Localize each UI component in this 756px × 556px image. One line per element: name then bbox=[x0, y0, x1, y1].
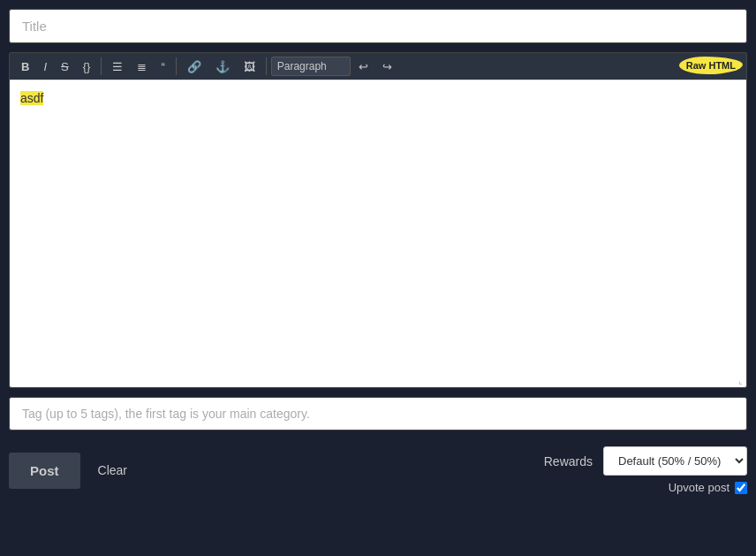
undo-button[interactable]: ↩ bbox=[352, 57, 374, 76]
rewards-select[interactable]: Default (50% / 50%) Power Up 100% Declin… bbox=[603, 446, 747, 476]
quote-button[interactable]: “ bbox=[155, 57, 170, 76]
post-button[interactable]: Post bbox=[9, 453, 80, 489]
editor-highlighted-text: asdf bbox=[20, 91, 43, 105]
unlink-button[interactable]: ⚓ bbox=[209, 57, 236, 76]
clear-button[interactable]: Clear bbox=[98, 463, 127, 477]
format-select-wrapper: Paragraph Heading 1 Heading 2 Heading 3 bbox=[271, 57, 351, 76]
editor-box: B I S {} ☰ ≣ “ 🔗 ⚓ 🖼 Paragraph Heading 1… bbox=[9, 52, 747, 388]
format-select[interactable]: Paragraph Heading 1 Heading 2 Heading 3 bbox=[271, 57, 351, 76]
upvote-label: Upvote post bbox=[669, 481, 730, 494]
right-section: Rewards Default (50% / 50%) Power Up 100… bbox=[544, 446, 747, 494]
bottom-left: Post Clear bbox=[9, 453, 127, 489]
editor-content[interactable]: asdf bbox=[10, 80, 746, 374]
editor-container: B I S {} ☰ ≣ “ 🔗 ⚓ 🖼 Paragraph Heading 1… bbox=[9, 9, 747, 547]
unordered-list-button[interactable]: ☰ bbox=[106, 57, 129, 76]
bold-button[interactable]: B bbox=[15, 57, 35, 76]
toolbar-divider-1 bbox=[101, 57, 102, 75]
bottom-bar: Post Clear Rewards Default (50% / 50%) P… bbox=[9, 439, 747, 501]
upvote-row: Upvote post bbox=[669, 481, 747, 494]
image-button[interactable]: 🖼 bbox=[238, 57, 261, 76]
toolbar: B I S {} ☰ ≣ “ 🔗 ⚓ 🖼 Paragraph Heading 1… bbox=[10, 53, 746, 80]
link-button[interactable]: 🔗 bbox=[181, 57, 208, 76]
ordered-list-button[interactable]: ≣ bbox=[131, 57, 153, 76]
tags-input[interactable] bbox=[9, 397, 747, 430]
upvote-checkbox[interactable] bbox=[735, 482, 747, 494]
title-input[interactable] bbox=[9, 9, 747, 43]
rewards-label: Rewards bbox=[544, 454, 593, 468]
strikethrough-button[interactable]: S bbox=[55, 57, 75, 76]
redo-button[interactable]: ↪ bbox=[376, 57, 398, 76]
resize-handle[interactable]: ⌞ bbox=[10, 374, 746, 387]
code-button[interactable]: {} bbox=[77, 57, 97, 76]
toolbar-divider-3 bbox=[266, 57, 267, 75]
italic-button[interactable]: I bbox=[37, 57, 53, 76]
raw-html-button[interactable]: Raw HTML bbox=[679, 57, 743, 74]
rewards-row: Rewards Default (50% / 50%) Power Up 100… bbox=[544, 446, 747, 476]
toolbar-divider-2 bbox=[176, 57, 177, 75]
